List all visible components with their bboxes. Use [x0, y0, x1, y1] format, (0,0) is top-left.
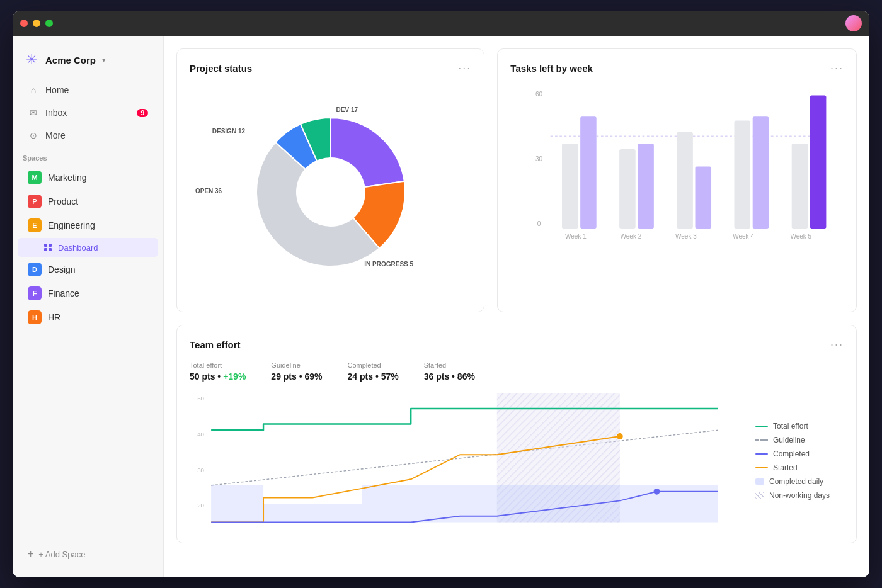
app-window: ✳ Acme Corp ▾ ⌂ Home ✉ Inbox 9 ⊙ More Sp…: [13, 11, 869, 577]
bar-w4-a: [735, 121, 751, 229]
maximize-dot[interactable]: [45, 20, 53, 27]
user-avatar[interactable]: [845, 15, 862, 31]
add-space-label: + Add Space: [38, 550, 85, 559]
dashboard-icon: [43, 242, 53, 252]
legend-hatch-non-working: [755, 492, 764, 499]
metric-completed-label: Completed: [348, 361, 399, 369]
nav-more-label: More: [45, 130, 66, 140]
bar-chart-svg: 60 30 0: [510, 85, 844, 280]
svg-text:Week 1: Week 1: [565, 233, 587, 240]
svg-text:30: 30: [197, 466, 204, 473]
svg-text:20: 20: [197, 502, 204, 509]
bar-w3-b: [696, 166, 712, 228]
metrics-row: Total effort 50 pts • +19% Guideline 29 …: [190, 361, 844, 382]
nav-home[interactable]: ⌂ Home: [18, 79, 158, 101]
metric-total-change: +19%: [223, 371, 246, 382]
space-product[interactable]: P Product: [18, 190, 158, 213]
svg-text:40: 40: [197, 431, 204, 438]
tasks-by-week-card: Tasks left by week ··· 60 30 0: [497, 48, 857, 312]
charts-row: Project status ···: [176, 48, 857, 312]
bar-w5-a: [792, 144, 808, 229]
metric-total-value: 50 pts • +19%: [190, 371, 246, 382]
svg-text:30: 30: [536, 155, 543, 162]
space-product-label: Product: [48, 196, 78, 206]
titlebar: [13, 11, 869, 36]
close-dot[interactable]: [20, 20, 28, 27]
legend-rect-completed-daily: [755, 478, 764, 485]
legend-non-working: Non-working days: [755, 491, 844, 500]
metric-guideline: Guideline 29 pts • 69%: [271, 361, 322, 382]
metric-started-value: 36 pts • 86%: [424, 371, 475, 382]
space-finance-label: Finance: [48, 288, 79, 298]
legend-label-completed-daily: Completed daily: [769, 477, 823, 486]
legend-label-completed: Completed: [773, 449, 810, 458]
pie-label-dev: DEV 17: [336, 106, 358, 113]
legend-label-non-working: Non-working days: [769, 491, 830, 500]
legend-completed-daily: Completed daily: [755, 477, 844, 486]
company-chevron: ▾: [102, 56, 106, 64]
add-space-icon: +: [28, 548, 33, 560]
team-effort-more[interactable]: ···: [830, 338, 844, 351]
space-design[interactable]: D Design: [18, 258, 158, 281]
metric-guideline-label: Guideline: [271, 361, 322, 369]
dashboard-label: Dashboard: [58, 243, 98, 252]
line-chart-svg: 50 40 30 20: [190, 392, 743, 530]
nav-more[interactable]: ⊙ More: [18, 125, 158, 146]
pie-chart-container: DEV 17 DESIGN 12 OPEN 36 IN PROGRESS 5: [190, 85, 471, 299]
sidebar: ✳ Acme Corp ▾ ⌂ Home ✉ Inbox 9 ⊙ More Sp…: [13, 36, 164, 577]
svg-rect-3: [49, 248, 52, 251]
bar-w2-a: [619, 149, 636, 229]
legend-label-total: Total effort: [773, 422, 808, 431]
minimize-dot[interactable]: [33, 20, 40, 27]
legend-line-total: [755, 426, 768, 427]
nav-inbox[interactable]: ✉ Inbox 9: [18, 102, 158, 123]
svg-rect-2: [44, 248, 47, 251]
svg-text:50: 50: [197, 395, 204, 402]
tasks-more[interactable]: ···: [830, 62, 844, 75]
metric-completed-value: 24 pts • 57%: [348, 371, 399, 382]
space-engineering-label: Engineering: [48, 220, 95, 230]
space-hr[interactable]: H HR: [18, 306, 158, 329]
svg-text:0: 0: [537, 220, 541, 227]
inbox-badge: 9: [137, 109, 148, 117]
add-space-button[interactable]: + + Add Space: [18, 543, 158, 565]
project-status-more[interactable]: ···: [458, 62, 471, 75]
space-marketing[interactable]: M Marketing: [18, 166, 158, 189]
nav-dashboard[interactable]: Dashboard: [18, 238, 158, 257]
bar-chart-container: 60 30 0: [510, 85, 844, 299]
pie-label-in-progress: IN PROGRESS 5: [364, 261, 413, 268]
svg-line-18: [211, 430, 718, 485]
svg-text:Week 4: Week 4: [733, 233, 755, 240]
sidebar-bottom: + + Add Space: [13, 541, 163, 567]
space-finance[interactable]: F Finance: [18, 282, 158, 305]
project-status-title: Project status: [190, 63, 252, 74]
logo-icon: ✳: [23, 51, 40, 69]
logo-star: ✳: [26, 52, 37, 68]
legend-label-started: Started: [773, 463, 798, 472]
sidebar-header[interactable]: ✳ Acme Corp ▾: [13, 46, 163, 79]
space-avatar-engineering: E: [28, 218, 42, 232]
space-avatar-hr: H: [28, 310, 42, 324]
space-avatar-marketing: M: [28, 171, 42, 184]
line-chart-wrap: 50 40 30 20: [190, 392, 844, 530]
legend-completed: Completed: [755, 449, 844, 458]
pie-chart: [243, 104, 419, 280]
legend-dash-guideline: [755, 439, 768, 441]
space-design-label: Design: [48, 264, 76, 274]
team-effort-title: Team effort: [190, 339, 241, 350]
spaces-label: Spaces: [13, 147, 163, 166]
more-icon: ⊙: [28, 130, 39, 141]
svg-rect-1: [49, 244, 52, 247]
nav-inbox-label: Inbox: [45, 108, 67, 118]
space-avatar-finance: F: [28, 286, 42, 300]
project-status-header: Project status ···: [190, 62, 471, 75]
legend-line-started: [755, 467, 768, 468]
legend-label-guideline: Guideline: [773, 436, 805, 444]
space-engineering[interactable]: E Engineering: [18, 214, 158, 237]
space-avatar-design: D: [28, 263, 42, 276]
team-effort-card: Team effort ··· Total effort 50 pts • +1…: [176, 325, 857, 543]
metric-started: Started 36 pts • 86%: [424, 361, 475, 382]
svg-text:Week 5: Week 5: [791, 233, 812, 240]
metric-total-label: Total effort: [190, 361, 246, 369]
svg-text:Week 2: Week 2: [621, 233, 642, 240]
